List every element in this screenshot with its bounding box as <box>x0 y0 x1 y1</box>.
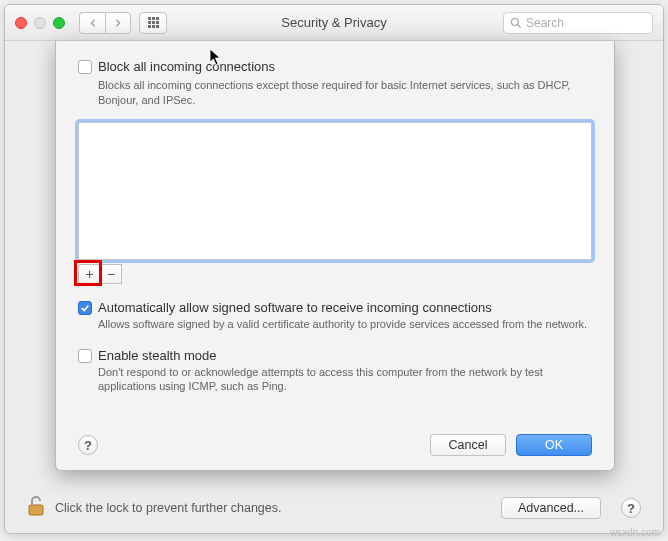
auto-allow-checkbox[interactable] <box>78 301 92 315</box>
stealth-desc: Don't respond to or acknowledge attempts… <box>98 365 592 395</box>
titlebar: Security & Privacy Search <box>5 5 663 41</box>
ok-button[interactable]: OK <box>516 434 592 456</box>
sheet-help-button[interactable]: ? <box>78 435 98 455</box>
chevron-right-icon <box>114 19 122 27</box>
firewall-options-sheet: Block all incoming connections Blocks al… <box>55 41 615 471</box>
block-all-desc: Blocks all incoming connections except t… <box>98 78 592 108</box>
svg-point-0 <box>512 18 519 25</box>
stealth-checkbox[interactable] <box>78 349 92 363</box>
show-all-button[interactable] <box>139 12 167 34</box>
auto-allow-desc: Allows software signed by a valid certif… <box>98 317 592 332</box>
minimize-window-button[interactable] <box>34 17 46 29</box>
applications-list[interactable] <box>78 122 592 260</box>
block-all-row: Block all incoming connections <box>78 59 592 74</box>
chevron-left-icon <box>89 19 97 27</box>
unlocked-lock-icon <box>27 495 45 517</box>
advanced-button[interactable]: Advanced... <box>501 497 601 519</box>
search-icon <box>510 17 522 29</box>
main-help-button[interactable]: ? <box>621 498 641 518</box>
add-application-button[interactable]: + <box>78 264 100 284</box>
back-button[interactable] <box>79 12 105 34</box>
traffic-lights <box>15 17 65 29</box>
search-field[interactable]: Search <box>503 12 653 34</box>
search-placeholder: Search <box>526 16 564 30</box>
stealth-label: Enable stealth mode <box>98 348 217 363</box>
lock-text: Click the lock to prevent further change… <box>55 501 282 515</box>
auto-allow-label: Automatically allow signed software to r… <box>98 300 492 315</box>
auto-allow-row: Automatically allow signed software to r… <box>78 300 592 315</box>
zoom-window-button[interactable] <box>53 17 65 29</box>
close-window-button[interactable] <box>15 17 27 29</box>
preferences-window: Security & Privacy Search APPUALS THE EX… <box>4 4 664 534</box>
remove-application-button[interactable]: − <box>100 264 122 284</box>
forward-button[interactable] <box>105 12 131 34</box>
watermark-text: wsxdn.com <box>610 527 660 538</box>
svg-rect-2 <box>29 505 43 515</box>
lock-row: Click the lock to prevent further change… <box>27 495 641 521</box>
checkmark-icon <box>80 303 90 313</box>
grid-icon <box>148 17 159 28</box>
svg-line-1 <box>518 24 521 27</box>
nav-buttons <box>79 12 131 34</box>
cancel-button[interactable]: Cancel <box>430 434 506 456</box>
lock-button[interactable] <box>27 495 45 521</box>
stealth-row: Enable stealth mode <box>78 348 592 363</box>
block-all-checkbox[interactable] <box>78 60 92 74</box>
block-all-label: Block all incoming connections <box>98 59 275 74</box>
